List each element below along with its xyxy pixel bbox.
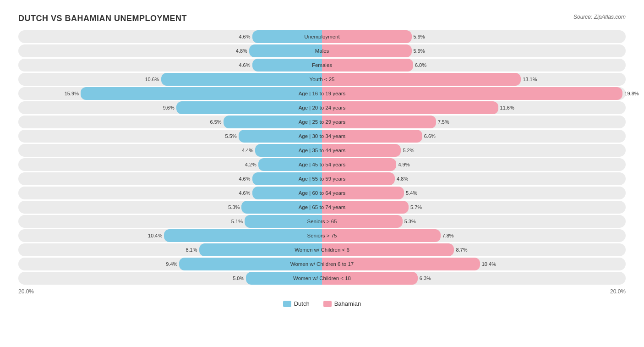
bar-label: Age | 35 to 44 years: [299, 148, 346, 153]
bar-label: Age | 45 to 54 years: [299, 162, 346, 167]
bar-left-value: 4.6%: [239, 62, 250, 68]
bar-right-value: 6.3%: [420, 275, 431, 281]
bar-label: Males: [315, 48, 329, 54]
bar-label: Age | 65 to 74 years: [299, 204, 346, 210]
bar-left-value: 9.4%: [166, 261, 177, 267]
bar-row: Age | 25 to 29 years6.5%7.5%: [18, 116, 626, 128]
bar-right-value: 5.7%: [410, 204, 422, 210]
bar-left-value: 4.8%: [236, 48, 247, 54]
chart-legend: Dutch Bahamian: [18, 300, 626, 307]
bar-right-value: 11.6%: [500, 105, 514, 110]
bar-row: Age | 60 to 64 years4.6%5.4%: [18, 187, 626, 199]
bar-row: Age | 35 to 44 years4.4%5.2%: [18, 144, 626, 157]
bar-row: Unemployment4.6%5.9%: [18, 30, 626, 43]
bar-label: Youth < 25: [310, 77, 335, 82]
chart-source: Source: ZipAtlas.com: [573, 14, 626, 20]
bar-left-value: 9.6%: [163, 105, 175, 110]
pink-bar: [322, 87, 622, 100]
bar-label: Age | 60 to 64 years: [299, 190, 346, 196]
legend-dutch-label: Dutch: [294, 300, 310, 307]
bar-row: Seniors > 655.1%5.3%: [18, 215, 626, 228]
chart-title: DUTCH VS BAHAMIAN UNEMPLOYMENT: [18, 14, 187, 23]
bar-left-value: 4.6%: [239, 34, 250, 39]
bar-label: Age | 55 to 59 years: [299, 176, 346, 182]
pink-bar: [322, 101, 498, 114]
bar-row: Youth < 2510.6%13.1%: [18, 73, 626, 86]
bar-right-value: 7.8%: [442, 233, 454, 238]
bar-row: Age | 16 to 19 years15.9%19.8%: [18, 87, 626, 100]
bar-right-value: 6.0%: [415, 62, 426, 68]
bar-left-value: 4.2%: [245, 162, 257, 167]
bar-label: Age | 16 to 19 years: [299, 91, 346, 96]
chart-header: DUTCH VS BAHAMIAN UNEMPLOYMENT Source: Z…: [18, 14, 626, 23]
bar-row: Age | 20 to 24 years9.6%11.6%: [18, 101, 626, 114]
bar-right-value: 4.8%: [397, 176, 408, 182]
legend-bahamian: Bahamian: [323, 300, 361, 307]
bar-row: Age | 65 to 74 years5.3%5.7%: [18, 201, 626, 214]
bar-label: Females: [312, 62, 332, 68]
pink-bar: [322, 59, 413, 72]
x-axis-left: 20.0%: [18, 288, 34, 295]
bar-label: Women w/ Children < 18: [293, 275, 351, 281]
blue-bar: [81, 87, 322, 100]
bar-left-value: 15.9%: [65, 91, 79, 96]
x-axis-right: 20.0%: [610, 288, 626, 295]
x-axis: 20.0% 20.0%: [18, 288, 626, 295]
legend-dutch: Dutch: [283, 300, 310, 307]
bar-right-value: 10.4%: [482, 261, 496, 267]
bar-row: Women w/ Children < 68.1%8.7%: [18, 243, 626, 256]
bar-right-value: 5.9%: [414, 48, 425, 54]
bar-right-value: 19.8%: [624, 91, 639, 96]
bar-left-value: 5.1%: [231, 219, 243, 224]
bar-left-value: 10.6%: [145, 77, 159, 82]
blue-bar: [164, 229, 322, 242]
bar-label: Seniors > 65: [307, 219, 337, 224]
legend-bahamian-color: [323, 301, 332, 307]
legend-dutch-color: [283, 301, 291, 307]
bar-label: Unemployment: [304, 34, 339, 39]
bar-right-value: 5.3%: [404, 219, 416, 224]
bar-label: Age | 25 to 29 years: [299, 119, 346, 125]
pink-bar: [322, 73, 521, 86]
bar-left-value: 4.6%: [239, 176, 250, 182]
bar-label: Women w/ Children 6 to 17: [290, 261, 354, 267]
bar-row: Women w/ Children 6 to 179.4%10.4%: [18, 258, 626, 270]
bar-label: Age | 20 to 24 years: [299, 105, 346, 110]
bar-row: Females4.6%6.0%: [18, 59, 626, 72]
pink-bar: [322, 229, 441, 242]
bar-row: Age | 30 to 34 years5.5%6.6%: [18, 130, 626, 143]
bar-label: Women w/ Children < 6: [295, 247, 349, 253]
chart-container: DUTCH VS BAHAMIAN UNEMPLOYMENT Source: Z…: [9, 9, 635, 316]
bar-right-value: 5.4%: [406, 190, 417, 196]
bar-left-value: 5.3%: [228, 204, 240, 210]
bar-row: Women w/ Children < 185.0%6.3%: [18, 272, 626, 285]
bar-right-value: 4.9%: [398, 162, 409, 167]
bar-right-value: 6.6%: [424, 133, 436, 139]
bar-right-value: 7.5%: [438, 119, 449, 125]
bar-right-value: 13.1%: [523, 77, 537, 82]
legend-bahamian-label: Bahamian: [334, 300, 361, 307]
pink-bar: [322, 44, 412, 57]
blue-bar: [161, 73, 322, 86]
bar-row: Age | 55 to 59 years4.6%4.8%: [18, 172, 626, 185]
bar-right-value: 5.9%: [414, 34, 425, 39]
bar-left-value: 6.5%: [210, 119, 221, 125]
bar-left-value: 10.4%: [148, 233, 162, 238]
bar-left-value: 5.5%: [225, 133, 237, 139]
bar-label: Age | 30 to 34 years: [299, 133, 346, 139]
blue-bar: [249, 44, 322, 57]
bar-row: Males4.8%5.9%: [18, 44, 626, 57]
bar-left-value: 4.4%: [242, 148, 253, 153]
bar-left-value: 4.6%: [239, 190, 250, 196]
bar-left-value: 8.1%: [186, 247, 197, 253]
bar-label: Seniors > 75: [307, 233, 337, 238]
bar-left-value: 5.0%: [233, 275, 244, 281]
bar-row: Seniors > 7510.4%7.8%: [18, 229, 626, 242]
rows-wrapper: Unemployment4.6%5.9%Males4.8%5.9%Females…: [18, 30, 626, 285]
bar-row: Age | 45 to 54 years4.2%4.9%: [18, 158, 626, 171]
bar-right-value: 5.2%: [403, 148, 414, 153]
bar-right-value: 8.7%: [456, 247, 467, 253]
